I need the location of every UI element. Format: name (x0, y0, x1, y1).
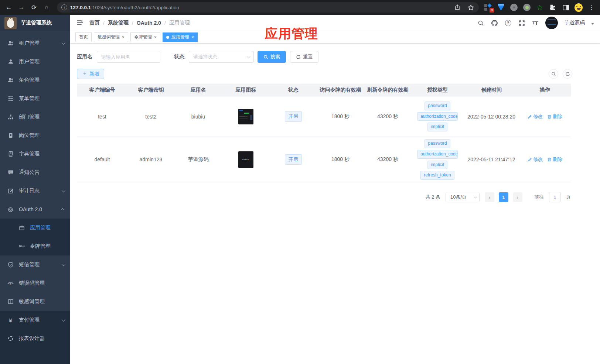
search-button[interactable]: 搜索 (258, 51, 286, 63)
sidebar-item-oauth-token[interactable]: A 令牌管理 (0, 237, 70, 255)
breadcrumb-home[interactable]: 首页 (89, 20, 100, 26)
toggle-search-button[interactable] (549, 69, 558, 79)
sidebar-item-notice[interactable]: 通知公告 (0, 163, 70, 182)
sidebar-item-sms[interactable]: 短信管理 (0, 255, 70, 274)
cell-access-validity: 1800 秒 (317, 156, 364, 163)
sidebar-item-report-designer[interactable]: 报表设计器 (0, 329, 70, 348)
tab-application[interactable]: 应用管理 × (163, 32, 198, 42)
sidebar-item-label: 敏感词管理 (19, 298, 64, 305)
applications-table: 客户端编号 客户端密钥 应用名 应用图标 状态 访问令牌的有效期 刷新令牌的有效… (77, 84, 571, 182)
open-book-icon (7, 299, 14, 305)
grant-type-tag: authorization_code (417, 112, 458, 121)
prev-page-button[interactable]: ‹ (485, 192, 494, 202)
extension-gray-icon[interactable]: ✳ (510, 3, 518, 11)
app-logo-rabbit-image (4, 17, 17, 29)
goto-page-input[interactable] (549, 192, 561, 202)
column-header: 刷新令牌的有效期 (364, 87, 412, 93)
edit-label: 修改 (533, 156, 543, 163)
tab-sensitive-word[interactable]: 敏感词管理 × (94, 32, 128, 42)
user-menu-caret-icon[interactable] (591, 23, 594, 25)
sidebar-item-label: 租户管理 (19, 40, 57, 47)
browser-home-button[interactable]: ⌂ (41, 2, 52, 13)
sidebar-item-error-code[interactable]: </> 错误码管理 (0, 274, 70, 292)
cell-grant-types: password authorization_code implicit ref… (412, 138, 463, 181)
cell-secret: admin123 (127, 157, 174, 162)
sidebar-item-role[interactable]: 角色管理 (0, 71, 70, 89)
sidebar-item-user[interactable]: 用户管理 (0, 52, 70, 71)
sidebar-item-label: 字典管理 (19, 151, 64, 157)
sidebar-item-payment[interactable]: ¥ 支付管理 (0, 311, 70, 329)
browser-back-button[interactable]: ← (4, 2, 14, 13)
column-header: 客户端密钥 (127, 87, 174, 93)
briefcase-icon (18, 225, 25, 231)
reset-button[interactable]: 重置 (290, 51, 318, 63)
close-icon[interactable]: × (154, 35, 157, 40)
share-icon[interactable] (454, 4, 461, 11)
extension-badge: 9 (490, 8, 494, 13)
org-chart-icon (7, 114, 14, 120)
edit-link[interactable]: 修改 (528, 113, 543, 120)
user-avatar[interactable] (545, 17, 558, 29)
url-domain: 127.0.0.1 (70, 5, 91, 10)
browser-reload-button[interactable]: ⟳ (29, 2, 39, 13)
table-header-row: 客户端编号 客户端密钥 应用名 应用图标 状态 访问令牌的有效期 刷新令牌的有效… (77, 84, 571, 96)
bookmark-star-icon[interactable] (467, 4, 474, 11)
next-page-button[interactable]: › (513, 192, 522, 202)
extension-gem-icon[interactable] (497, 3, 505, 11)
add-button[interactable]: ＋ 新增 (77, 69, 104, 79)
extensions-puzzle-icon[interactable] (549, 3, 557, 11)
browser-forward-button[interactable]: → (16, 2, 27, 13)
extension-star-icon[interactable]: ☆ (536, 3, 544, 11)
url-path: :1024/system/oauth2/oauth2/application (91, 5, 179, 10)
cell-create-time: 2022-05-11 21:47:12 (463, 157, 519, 162)
sidebar-item-tenant[interactable]: 租户管理 (0, 34, 70, 52)
sidebar-item-dict[interactable]: 字典管理 (0, 145, 70, 163)
site-info-icon[interactable]: i (61, 4, 67, 10)
page-unit-label: 页 (566, 194, 571, 200)
font-size-icon[interactable]: TT (532, 19, 539, 27)
chevron-down-icon (62, 41, 65, 45)
header-search-icon[interactable] (477, 19, 484, 27)
extension-tampermonkey-icon[interactable]: 9 (484, 3, 492, 11)
sidebar-item-oauth[interactable]: OAuth 2.0 (0, 200, 70, 219)
page-number-1[interactable]: 1 (499, 192, 508, 202)
github-icon[interactable] (491, 19, 498, 27)
edit-link[interactable]: 修改 (528, 156, 543, 163)
status-select[interactable]: 请选择状态 (189, 51, 254, 63)
username[interactable]: 芋道源码 (564, 20, 585, 26)
url-text[interactable]: 127.0.0.1:1024/system/oauth2/oauth2/appl… (70, 5, 451, 10)
sidebar-item-label: 短信管理 (19, 261, 57, 268)
help-icon[interactable]: ? (504, 19, 512, 27)
chevron-down-icon (62, 189, 65, 192)
sidebar-item-oauth-application[interactable]: 应用管理 (0, 219, 70, 237)
extension-record-icon[interactable] (523, 3, 531, 11)
tab-home[interactable]: 首页 (75, 32, 92, 42)
browser-menu-icon[interactable]: ⋮ (587, 3, 596, 11)
sidebar-item-menu[interactable]: 菜单管理 (0, 89, 70, 108)
tab-token[interactable]: 令牌管理 × (130, 32, 160, 42)
sidebar-collapse-icon[interactable] (76, 19, 84, 27)
fullscreen-icon[interactable] (518, 19, 525, 27)
profile-avatar-icon[interactable] (575, 3, 583, 11)
page-size-select[interactable]: 10条/页 (446, 192, 480, 202)
refresh-table-button[interactable] (563, 69, 572, 79)
sidebar-item-post[interactable]: 岗位管理 (0, 126, 70, 145)
code-icon: </> (7, 280, 14, 286)
sidebar-item-sensitive-word[interactable]: 敏感词管理 (0, 292, 70, 311)
sidebar-item-label: 应用管理 (30, 224, 64, 231)
address-bar[interactable]: i 127.0.0.1:1024/system/oauth2/oauth2/ap… (57, 2, 479, 13)
close-icon[interactable]: × (122, 35, 125, 40)
sidebar-item-dept[interactable]: 部门管理 (0, 108, 70, 126)
app-name-input[interactable] (97, 51, 160, 63)
side-panel-icon[interactable] (562, 3, 570, 11)
breadcrumb-system[interactable]: 系统管理 (108, 20, 129, 26)
sidebar-item-audit-log[interactable]: 审计日志 (0, 182, 70, 200)
delete-link[interactable]: 删除 (547, 113, 562, 120)
breadcrumb-oauth[interactable]: OAuth 2.0 (137, 20, 161, 26)
filter-form: 应用名 状态 请选择状态 搜索 重置 (77, 51, 600, 63)
close-icon[interactable]: × (191, 35, 194, 40)
delete-link[interactable]: 删除 (547, 156, 562, 163)
sidebar-logo[interactable]: 芋道管理系统 (0, 15, 70, 31)
trash-icon (547, 157, 552, 162)
sidebar: 芋道管理系统 租户管理 用户管理 角色管理 (0, 15, 70, 364)
